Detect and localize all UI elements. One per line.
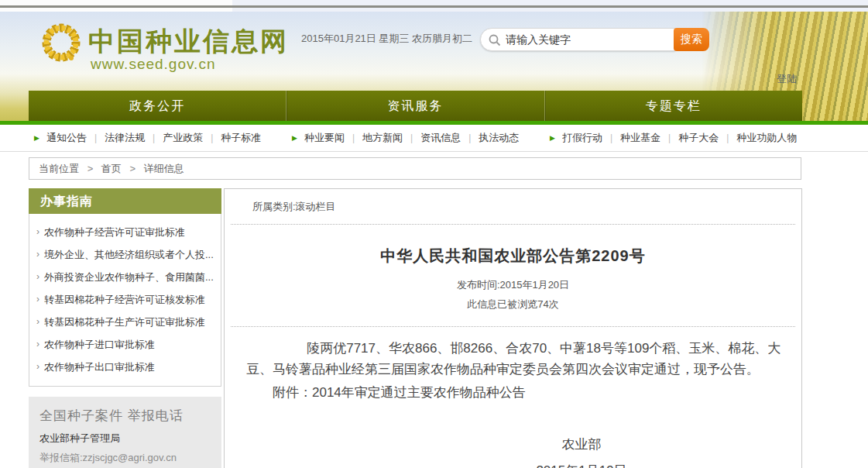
guide-item-label: 外商投资企业农作物种子、食用菌菌... — [44, 266, 214, 288]
subnav-link-industry-news[interactable]: 种业要闻 — [304, 131, 345, 145]
report-hotline-title: 全国种子案件 举报电话 — [39, 407, 211, 425]
guide-item-label: 农作物种子经营许可证审批标准 — [44, 221, 185, 243]
chevron-right-icon: › — [36, 288, 39, 311]
subnav-group-special: ▶ 打假行动 | 种业基金 | 种子大会 | 种业功勋人物 — [544, 131, 802, 145]
subnav-link-merit-figures[interactable]: 种业功勋人物 — [736, 131, 797, 145]
breadcrumb-label: 当前位置 — [39, 163, 79, 174]
chevron-right-icon: › — [36, 266, 39, 288]
site-header: 中国种业信息网 www.seed.gov.cn 2015年01月21日 星期三 … — [0, 12, 868, 125]
breadcrumb-current: 详细信息 — [144, 163, 184, 174]
search-field-wrap — [480, 28, 675, 51]
report-hotline-box: 全国种子案件 举报电话 农业部种子管理局 举报信箱:zzjscjgc@agri.… — [29, 397, 221, 468]
site-title: 中国种业信息网 — [88, 24, 289, 60]
subnav-link-info[interactable]: 资讯信息 — [420, 131, 461, 145]
subnav-group-news: ▶ 种业要闻 | 地方新闻 | 资讯信息 | 执法动态 — [286, 131, 544, 145]
separator: | — [410, 132, 413, 143]
secondary-nav: ▶ 通知公告 | 法律法规 | 产业政策 | 种子标准 ▶ 种业要闻 | 地方新… — [29, 125, 802, 150]
chevron-right-icon: › — [36, 221, 39, 243]
browser-top-strip — [0, 0, 868, 12]
separator: | — [352, 132, 355, 143]
chevron-right-icon: › — [36, 356, 39, 378]
page: 中国种业信息网 www.seed.gov.cn 2015年01月21日 星期三 … — [0, 0, 868, 468]
guide-list-item[interactable]: › 境外企业、其他经济组织或者个人投... — [35, 243, 216, 266]
article-title: 中华人民共和国农业部公告第2209号 — [225, 246, 801, 267]
guide-list-item[interactable]: › 农作物种子经营许可证审批标准 — [35, 221, 216, 243]
subnav-group-government: ▶ 通知公告 | 法律法规 | 产业政策 | 种子标准 — [29, 131, 286, 145]
separator: | — [668, 132, 671, 143]
separator: | — [94, 132, 97, 143]
guide-panel-title: 办事指南 — [29, 188, 221, 214]
guide-list-item[interactable]: › 转基因棉花种子生产许可证审批标准 — [35, 311, 216, 333]
separator: | — [468, 132, 471, 143]
subnav-link-anti-fake[interactable]: 打假行动 — [562, 131, 602, 145]
guide-item-label: 转基因棉花种子经营许可证核发标准 — [44, 288, 205, 311]
sidebar: 办事指南 › 农作物种子经营许可证审批标准 › 境外企业、其他经济组织或者个人投… — [29, 188, 221, 468]
article-paragraph: 陵两优7717、华农866、邯8266、合农70、中薯18号等109个稻、玉米、… — [246, 338, 781, 380]
guide-item-label: 境外企业、其他经济组织或者个人投... — [44, 243, 214, 266]
sign-date: 2015年1月19日 — [496, 460, 667, 468]
article-panel: 所属类别:滚动栏目 中华人民共和国农业部公告第2209号 发布时间:2015年1… — [224, 188, 802, 468]
subnav-link-notices[interactable]: 通知公告 — [46, 131, 87, 145]
triangle-icon: ▶ — [34, 134, 39, 142]
separator: | — [211, 132, 213, 143]
search-input[interactable] — [506, 29, 670, 50]
nav-item-special-columns[interactable]: 专题专栏 — [544, 91, 802, 121]
search-button[interactable]: 搜索 — [674, 28, 709, 51]
nav-item-information-service[interactable]: 资讯服务 — [286, 91, 544, 121]
article-publish-date: 发布时间:2015年1月20日 — [225, 278, 801, 292]
subnav-link-seed-fund[interactable]: 种业基金 — [620, 131, 660, 145]
site-url: www.seed.gov.cn — [91, 56, 215, 73]
login-link[interactable]: 登陆 — [777, 72, 797, 86]
search-icon — [489, 34, 501, 46]
article-category: 所属类别:滚动栏目 — [225, 189, 801, 214]
chevron-right-icon: › — [36, 311, 39, 333]
subnav-link-law-enforcement[interactable]: 执法动态 — [479, 131, 519, 145]
nav-item-government-affairs[interactable]: 政务公开 — [29, 91, 286, 121]
guide-item-label: 农作物种子出口审批标准 — [44, 356, 155, 378]
triangle-icon: ▶ — [550, 134, 555, 142]
guide-list-item[interactable]: › 农作物种子进口审批标准 — [35, 333, 216, 356]
signer: 农业部 — [496, 434, 667, 455]
guide-item-label: 转基因棉花种子生产许可证审批标准 — [44, 311, 205, 333]
top-divider-line — [0, 5, 868, 8]
subnav-link-seed-congress[interactable]: 种子大会 — [678, 131, 719, 145]
article-attachment-line: 附件：2014年审定通过主要农作物品种公告 — [246, 382, 781, 403]
guide-list-item[interactable]: › 农作物种子出口审批标准 — [35, 356, 216, 378]
subnav-link-seed-standards[interactable]: 种子标准 — [221, 131, 261, 145]
subnav-link-laws[interactable]: 法律法规 — [105, 131, 145, 145]
breadcrumb-separator: > — [129, 163, 136, 174]
chevron-right-icon: › — [36, 333, 39, 356]
subnav-link-local-news[interactable]: 地方新闻 — [362, 131, 403, 145]
report-email: 举报信箱:zzjscjgc@agri.gov.cn — [39, 451, 211, 465]
breadcrumb: 当前位置 > 首页 > 详细信息 — [29, 157, 801, 180]
dotted-divider — [231, 224, 795, 225]
article-signature: 农业部 2015年1月19日 — [496, 434, 667, 468]
date-text: 2015年01月21日 星期三 农历腊月初二 — [301, 32, 472, 46]
guide-item-label: 农作物种子进口审批标准 — [44, 333, 155, 356]
separator: | — [610, 132, 612, 143]
wheat-logo-icon — [37, 19, 85, 71]
report-org: 农业部种子管理局 — [39, 432, 211, 446]
triangle-icon: ▶ — [292, 134, 297, 142]
guide-list-item[interactable]: › 转基因棉花种子经营许可证核发标准 — [35, 288, 216, 311]
separator: | — [726, 132, 729, 143]
chevron-right-icon: › — [36, 243, 39, 266]
breadcrumb-separator: > — [87, 163, 94, 174]
guide-list: › 农作物种子经营许可证审批标准 › 境外企业、其他经济组织或者个人投... ›… — [29, 214, 221, 387]
article-body: 陵两优7717、华农866、邯8266、合农70、中薯18号等109个稻、玉米、… — [225, 327, 801, 468]
separator: | — [153, 132, 155, 143]
search-box: 搜索 — [480, 28, 709, 51]
article-view-count: 此信息已被浏览74次 — [225, 298, 801, 311]
breadcrumb-home[interactable]: 首页 — [101, 163, 122, 174]
guide-list-item[interactable]: › 外商投资企业农作物种子、食用菌菌... — [35, 266, 216, 288]
main-nav: 政务公开 资讯服务 专题专栏 — [29, 91, 802, 121]
subnav-divider — [0, 151, 868, 152]
subnav-link-industry-policy[interactable]: 产业政策 — [163, 131, 203, 145]
